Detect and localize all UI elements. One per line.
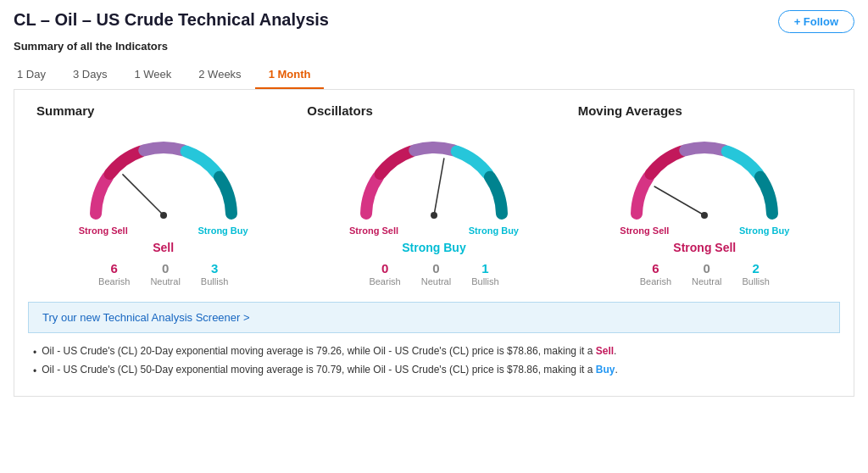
gauge-counts: 0Bearish0Neutral1Bullish <box>369 261 498 287</box>
count-item: 6Bearish <box>98 261 130 287</box>
tab-1-week[interactable]: 1 Week <box>120 61 185 89</box>
bullet-item: •Oil - US Crude's (CL) 50-Day exponentia… <box>33 364 840 377</box>
gauge-section-moving-averages: Moving Averages Strong SellStrong BuyStr… <box>570 103 840 287</box>
count-label: Bearish <box>369 276 400 287</box>
svg-point-5 <box>701 212 708 219</box>
gauge-section-summary: Summary Strong SellStrong BuySell6Bearis… <box>28 103 298 287</box>
count-item: 0Neutral <box>421 261 451 287</box>
tab-3-days[interactable]: 3 Days <box>59 61 120 89</box>
tab-1-day[interactable]: 1 Day <box>14 61 59 89</box>
gauge-counts: 6Bearish0Neutral2Bullish <box>640 261 770 287</box>
gauge-label-sell: Strong Sell <box>620 225 669 236</box>
bullets-section: •Oil - US Crude's (CL) 20-Day exponentia… <box>28 345 840 377</box>
count-item: 0Neutral <box>150 261 180 287</box>
gauge-extremes-labels: Strong SellStrong Buy <box>79 225 248 236</box>
bullet-text: Oil - US Crude's (CL) 50-Day exponential… <box>42 364 618 377</box>
count-value: 0 <box>704 261 710 275</box>
svg-line-2 <box>434 159 444 215</box>
count-label: Neutral <box>692 276 721 287</box>
gauge-label-sell: Strong Sell <box>79 225 128 236</box>
page-header: CL – Oil – US Crude Technical Analysis +… <box>14 10 854 33</box>
gauge-label-buy: Strong Buy <box>739 225 789 236</box>
gauge-extremes-labels: Strong SellStrong Buy <box>349 225 519 236</box>
gauge-dial <box>79 126 248 224</box>
count-value: 6 <box>111 261 118 275</box>
gauge-dial <box>620 126 789 224</box>
svg-line-0 <box>123 175 164 215</box>
summary-subtitle: Summary of all the Indicators <box>14 40 854 53</box>
gauge-section-oscillators: Oscillators Strong SellStrong BuyStrong … <box>298 103 569 287</box>
count-value: 0 <box>162 261 169 275</box>
count-value: 1 <box>481 261 488 275</box>
gauge-title: Summary <box>28 103 94 118</box>
tab-1-month[interactable]: 1 Month <box>255 61 325 89</box>
count-value: 0 <box>432 261 439 275</box>
count-value: 3 <box>211 261 218 275</box>
count-label: Neutral <box>421 276 451 287</box>
count-item: 1Bullish <box>471 261 498 287</box>
tab-2-weeks[interactable]: 2 Weeks <box>185 61 254 89</box>
count-label: Bullish <box>201 276 228 287</box>
screener-link[interactable]: Try our new Technical Analysis Screener … <box>42 311 250 324</box>
tabs-bar: 1 Day3 Days1 Week2 Weeks1 Month <box>14 61 854 90</box>
bullet-text: Oil - US Crude's (CL) 20-Day exponential… <box>42 345 616 359</box>
gauge-dial <box>349 126 519 224</box>
gauge-title: Moving Averages <box>570 103 682 118</box>
main-panel: Summary Strong SellStrong BuySell6Bearis… <box>14 90 854 397</box>
gauge-signal: Strong Buy <box>402 241 465 254</box>
svg-point-3 <box>431 212 437 219</box>
count-item: 0Bearish <box>369 261 400 287</box>
gauge-label-sell: Strong Sell <box>349 225 398 236</box>
gauge-extremes-labels: Strong SellStrong Buy <box>620 225 789 236</box>
count-label: Neutral <box>150 276 180 287</box>
bullet-item: •Oil - US Crude's (CL) 20-Day exponentia… <box>33 345 840 359</box>
count-item: 6Bearish <box>640 261 671 287</box>
count-value: 6 <box>652 261 659 275</box>
count-item: 0Neutral <box>692 261 721 287</box>
count-item: 2Bullish <box>743 261 770 287</box>
svg-line-4 <box>654 186 704 215</box>
count-label: Bullish <box>471 276 498 287</box>
gauge-label-buy: Strong Buy <box>198 225 248 236</box>
follow-button[interactable]: + Follow <box>778 10 854 33</box>
count-item: 3Bullish <box>201 261 228 287</box>
page-title: CL – Oil – US Crude Technical Analysis <box>14 10 329 30</box>
gauge-signal: Strong Sell <box>673 241 736 254</box>
count-label: Bullish <box>743 276 770 287</box>
svg-point-1 <box>160 212 167 219</box>
count-label: Bearish <box>640 276 671 287</box>
bullet-dot: • <box>33 365 36 377</box>
gauge-title: Oscillators <box>298 103 373 118</box>
count-value: 0 <box>381 261 388 275</box>
bullet-dot: • <box>33 347 36 359</box>
gauge-counts: 6Bearish0Neutral3Bullish <box>98 261 228 287</box>
gauge-signal: Sell <box>153 241 174 254</box>
count-value: 2 <box>753 261 760 275</box>
count-label: Bearish <box>98 276 130 287</box>
gauge-label-buy: Strong Buy <box>469 225 519 236</box>
screener-banner: Try our new Technical Analysis Screener … <box>28 302 840 333</box>
gauges-row: Summary Strong SellStrong BuySell6Bearis… <box>28 103 840 287</box>
